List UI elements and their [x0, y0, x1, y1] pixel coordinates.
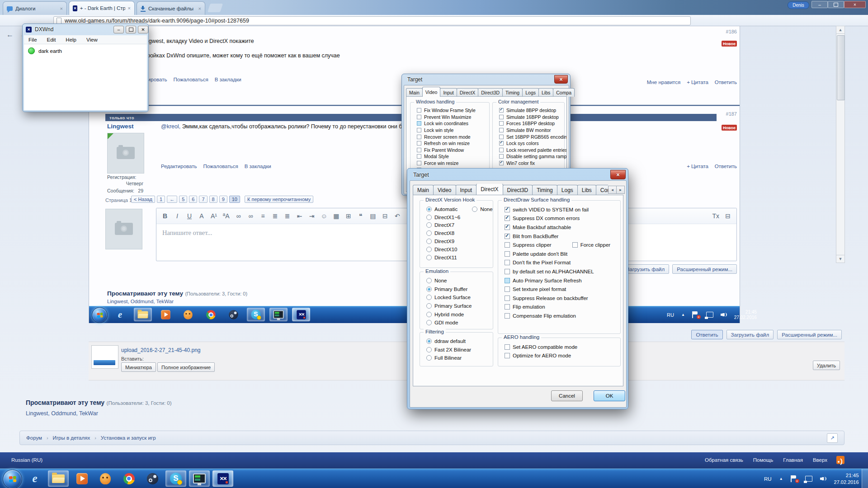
radio-button[interactable]: [426, 286, 432, 292]
checkbox[interactable]: [505, 304, 510, 310]
radio-button[interactable]: [426, 278, 432, 283]
post-action-link[interactable]: + Цитата: [687, 80, 708, 85]
radio-button[interactable]: [426, 295, 432, 300]
thumbnail-button[interactable]: Миниатюра: [121, 362, 156, 372]
chrome-taskbar-icon[interactable]: [118, 470, 139, 487]
network-icon[interactable]: [805, 476, 812, 482]
checkbox[interactable]: [417, 154, 421, 159]
skype-taskbar-icon[interactable]: S: [247, 308, 265, 321]
checkbox[interactable]: [417, 121, 421, 126]
folder-taskbar-icon[interactable]: [134, 308, 152, 321]
editor-tool-icon[interactable]: ▦: [333, 212, 340, 220]
checkbox[interactable]: [505, 225, 510, 230]
tab-close-icon[interactable]: ×: [128, 5, 131, 11]
checkbox[interactable]: [505, 260, 510, 265]
tab-directx[interactable]: DirectX: [476, 184, 503, 195]
scrollbar-up-arrow[interactable]: ▲: [836, 26, 845, 34]
checkbox[interactable]: [572, 242, 578, 248]
button-2[interactable]: Загрузить файл: [622, 264, 670, 274]
page-button-9[interactable]: 9: [219, 196, 227, 203]
ie-taskbar-icon[interactable]: e: [24, 470, 45, 487]
dxwnd-menu-help[interactable]: Help: [66, 37, 76, 42]
checkbox[interactable]: [417, 108, 421, 113]
tab-directx[interactable]: DirectX: [457, 88, 478, 97]
close-icon[interactable]: ✕: [138, 26, 148, 33]
start-button[interactable]: [3, 469, 22, 488]
skype-taskbar-icon[interactable]: S: [165, 470, 186, 487]
radio-button[interactable]: [426, 247, 432, 252]
tab-timing[interactable]: Timing: [502, 88, 523, 97]
breadcrumb-item[interactable]: Форум: [26, 435, 42, 441]
checkbox[interactable]: [505, 242, 510, 248]
editor-tool-icon[interactable]: ⊟: [725, 212, 731, 220]
delete-attachment-button[interactable]: Удалить: [813, 361, 840, 370]
viewing-users[interactable]: Lingwest, Oddmund, TekWar: [26, 410, 98, 417]
url-bar[interactable]: www.old-games.ru/forum/threads/dark-eart…: [53, 16, 691, 25]
dxwnd-target-row[interactable]: dark earth: [24, 44, 147, 54]
new-tab-button[interactable]: [208, 4, 223, 12]
tab-close-icon[interactable]: ×: [198, 6, 201, 11]
editor-tool-icon[interactable]: A: [198, 212, 205, 220]
cancel-button[interactable]: Cancel: [551, 390, 583, 401]
mascot-taskbar-icon[interactable]: [179, 308, 197, 321]
dxwnd-taskbar-icon[interactable]: ✕✕: [292, 308, 310, 321]
checkbox[interactable]: [499, 161, 504, 165]
tab-libs[interactable]: Libs: [577, 185, 596, 195]
dxwnd-menu-view[interactable]: View: [86, 37, 98, 42]
folder-taskbar-icon[interactable]: [48, 470, 69, 487]
tab-direct3d[interactable]: Direct3D: [503, 185, 533, 195]
checkbox[interactable]: [505, 296, 510, 301]
editor-tool-icon[interactable]: ⇤: [297, 212, 303, 220]
checkbox[interactable]: [499, 135, 504, 139]
tab-video[interactable]: Video: [433, 185, 456, 195]
footer-link[interactable]: Главная: [783, 457, 803, 463]
checkbox[interactable]: [505, 313, 510, 319]
window-close-button[interactable]: ×: [844, 1, 866, 8]
button-2[interactable]: Загрузить файл: [726, 330, 774, 339]
editor-tool-icon[interactable]: ❝: [358, 212, 364, 220]
checkbox[interactable]: [417, 115, 421, 119]
tab-logs[interactable]: Logs: [557, 185, 578, 195]
close-icon[interactable]: ×: [554, 75, 568, 84]
editor-tool-icon[interactable]: ≣: [284, 212, 291, 220]
avatar[interactable]: [107, 133, 144, 174]
breadcrumb-item[interactable]: Игры в деталях: [53, 435, 90, 441]
checkbox[interactable]: [505, 207, 510, 212]
editor-tool-icon[interactable]: I: [174, 212, 180, 220]
checkbox[interactable]: [417, 161, 421, 165]
editor-tool-icon[interactable]: ∞: [236, 212, 242, 220]
radio-button[interactable]: [426, 230, 432, 236]
dxwnd-titlebar[interactable]: ✕ DXWnd: [26, 26, 53, 33]
tab-close-icon[interactable]: ×: [60, 6, 63, 11]
dxwnd-menu-file[interactable]: File: [28, 37, 37, 42]
checkbox[interactable]: [499, 121, 504, 126]
tray-expand-icon[interactable]: ▲: [779, 477, 783, 481]
wmp-taskbar-icon[interactable]: [71, 470, 92, 487]
button-1[interactable]: Ответить: [691, 330, 722, 339]
footer-link[interactable]: Обратная связь: [705, 457, 743, 463]
radio-button[interactable]: [426, 355, 432, 361]
full-image-button[interactable]: Полное изображение: [157, 362, 215, 372]
checkbox[interactable]: [417, 148, 421, 152]
radio-button[interactable]: [426, 312, 432, 317]
dxwnd-menu-edit[interactable]: Edit: [47, 37, 56, 42]
show-desktop-button[interactable]: [862, 469, 868, 488]
checkbox[interactable]: [499, 115, 504, 119]
radio-button[interactable]: [426, 239, 432, 244]
tab-logs[interactable]: Logs: [522, 88, 539, 97]
tab-main[interactable]: Main: [413, 185, 434, 195]
editor-tool-icon[interactable]: ☺: [321, 212, 327, 220]
editor-tool-icon[interactable]: ≡: [260, 212, 266, 220]
radio-button[interactable]: [426, 222, 432, 228]
attachment-thumbnail[interactable]: [91, 345, 118, 369]
browser-tab-2[interactable]: ✕+ - Dark Earth | Страница×: [69, 1, 135, 15]
scrollbar-down-arrow[interactable]: ▼: [836, 255, 845, 263]
window-maximize-button[interactable]: [828, 1, 844, 8]
page-button-1[interactable]: 1: [157, 196, 165, 203]
tab-compa[interactable]: Compa: [596, 185, 608, 195]
editor-tool-icon[interactable]: ªA: [223, 212, 230, 220]
rss-icon[interactable]: [836, 456, 844, 464]
editor-tool-icon[interactable]: ↶: [394, 212, 401, 220]
language-selector[interactable]: Russian (RU): [11, 457, 42, 463]
checkbox[interactable]: [499, 154, 504, 159]
